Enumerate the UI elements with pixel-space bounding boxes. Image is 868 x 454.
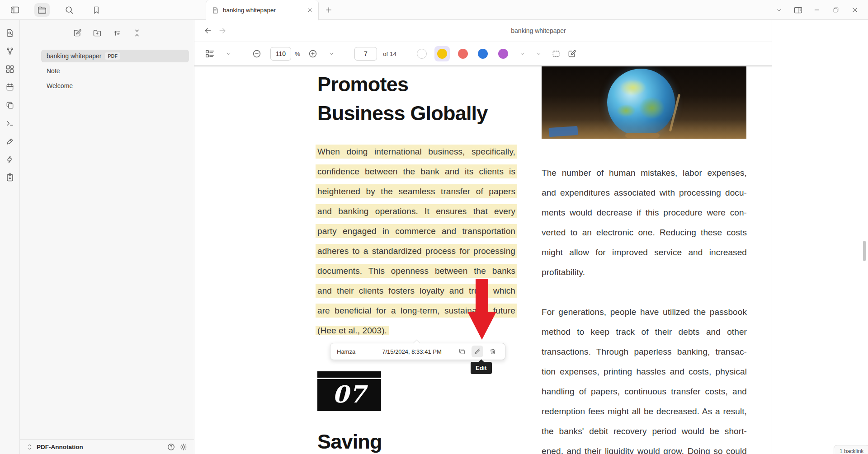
zoom-level-input[interactable] xyxy=(270,47,291,61)
doc-search-dock-button[interactable] xyxy=(5,28,15,37)
pdf-page: Promotes Business Globally When doing in… xyxy=(194,66,772,454)
sort-icon xyxy=(113,28,122,37)
copy-dock-button[interactable] xyxy=(5,100,15,110)
copy-pages-icon xyxy=(5,101,14,110)
more-colors-dropdown[interactable] xyxy=(519,51,525,57)
workspace-name[interactable]: PDF-Annotation xyxy=(37,444,83,450)
zoom-preset-dropdown[interactable] xyxy=(328,51,335,57)
body-paragraph-2: For generations, people have utilized th… xyxy=(542,305,747,454)
minimize-button[interactable] xyxy=(807,0,826,20)
forward-button[interactable] xyxy=(218,26,227,35)
delete-annotation-button[interactable] xyxy=(487,346,499,357)
annotation-tool-dropdown[interactable] xyxy=(536,51,542,57)
clipboard-dock-button[interactable] xyxy=(5,173,15,182)
body-line: ments would decrease if this procedure w… xyxy=(542,206,747,220)
restore-button[interactable] xyxy=(826,0,845,20)
chevron-down-icon xyxy=(519,51,525,57)
body-line: verted to an electronic one. Reducing th… xyxy=(542,225,747,239)
grid-icon xyxy=(5,65,14,74)
scrollbar-thumb[interactable] xyxy=(863,241,866,261)
pdf-heading: Promotes Business Globally xyxy=(317,70,571,128)
red-swatch-icon xyxy=(458,49,468,59)
thumbnails-toggle-button[interactable] xyxy=(205,49,215,59)
panel-left-icon xyxy=(10,5,20,15)
left-dock xyxy=(0,20,20,454)
new-tab-button[interactable] xyxy=(322,4,335,16)
restore-icon xyxy=(832,6,840,14)
tab-banking-whitepaper[interactable]: banking whitepaper xyxy=(206,0,319,20)
edit-annotation-button[interactable] xyxy=(472,346,483,357)
terminal-dock-button[interactable] xyxy=(5,118,15,128)
dashed-rectangle-icon xyxy=(552,49,561,58)
workspace-switcher-icon[interactable] xyxy=(26,444,33,450)
graph-dock-button[interactable] xyxy=(5,46,15,56)
help-button[interactable] xyxy=(167,443,175,451)
global-search-button[interactable] xyxy=(61,3,77,17)
lightning-icon xyxy=(5,155,14,164)
highlighted-line: and banking operations. It ensures that … xyxy=(316,204,517,218)
highlighter-dock-button[interactable] xyxy=(5,136,15,146)
pdf-badge: PDF xyxy=(105,52,120,60)
highlight-color-white[interactable] xyxy=(417,49,427,59)
pdf-pane: banking whitepaper % of 14 Promotes Busi… xyxy=(194,20,772,454)
clipboard-icon xyxy=(5,173,14,182)
tab-close-icon[interactable] xyxy=(307,7,313,13)
calendar-dock-button[interactable] xyxy=(5,82,15,92)
file-tree-item-note[interactable]: Note xyxy=(41,65,189,77)
view-mode-dropdown[interactable] xyxy=(226,51,232,57)
close-button[interactable] xyxy=(845,0,864,20)
plus-icon xyxy=(325,6,332,14)
body-line: and expenditures associated with process… xyxy=(542,186,747,200)
calendar-icon xyxy=(5,83,14,92)
blocks-dock-button[interactable] xyxy=(5,64,15,74)
toggle-left-panel-button[interactable] xyxy=(7,3,23,17)
body-line: The number of human mistakes, labor expe… xyxy=(542,166,747,180)
highlight-color-yellow-selected[interactable] xyxy=(434,46,450,61)
right-panel: 1 backlink xyxy=(772,20,868,454)
body-line: redemption fees might all be decreased. … xyxy=(542,404,747,418)
file-tree-item-banking-whitepaper[interactable]: banking whitepaper PDF xyxy=(41,50,189,62)
annotation-popup: Hamza 7/15/2024, 8:33:41 PM xyxy=(330,343,505,360)
new-doc-button[interactable] xyxy=(72,28,83,38)
chapter-number: 07 xyxy=(317,380,381,408)
zoom-in-button[interactable] xyxy=(308,49,318,58)
collapse-icon xyxy=(132,28,142,37)
tab-overflow-button[interactable] xyxy=(769,0,788,20)
highlight-color-purple[interactable] xyxy=(498,49,508,59)
zoom-out-button[interactable] xyxy=(252,49,262,58)
highlight-color-blue[interactable] xyxy=(478,49,488,59)
edit-square-icon xyxy=(73,28,82,37)
file-tree-item-welcome[interactable]: Welcome xyxy=(41,80,189,92)
edit-tooltip: Edit xyxy=(471,362,492,374)
copy-annotation-button[interactable] xyxy=(456,346,468,357)
annotation-timestamp: 7/15/2024, 8:33:41 PM xyxy=(367,348,457,355)
highlighter-pen-icon xyxy=(5,137,14,146)
settings-button[interactable] xyxy=(179,443,188,451)
file-tree-button[interactable] xyxy=(34,3,50,17)
panel-right-icon xyxy=(793,5,803,15)
trash-icon xyxy=(489,348,496,355)
annotation-author: Hamza xyxy=(337,348,355,355)
toggle-right-panel-button[interactable] xyxy=(788,0,807,20)
collapse-all-button[interactable] xyxy=(132,28,142,38)
graph-icon xyxy=(5,47,14,56)
body-line: profitability. xyxy=(542,265,747,279)
back-button[interactable] xyxy=(203,26,212,35)
bookmark-button[interactable] xyxy=(89,3,104,17)
red-arrow-annotation[interactable] xyxy=(461,276,506,343)
body-line: transactions. Through paperless banking,… xyxy=(542,345,747,359)
chevron-down-icon xyxy=(776,7,783,14)
new-folder-button[interactable] xyxy=(92,28,103,38)
backlink-badge[interactable]: 1 backlink xyxy=(834,445,868,454)
chevron-down-icon xyxy=(536,51,542,57)
zoom-percent-label: % xyxy=(295,50,300,57)
flashcard-dock-button[interactable] xyxy=(5,154,15,164)
highlighted-line: party engaged in commerce and transporta… xyxy=(316,224,517,238)
edit-annotation-button[interactable] xyxy=(567,49,576,58)
white-swatch-icon xyxy=(417,49,427,59)
file-tree-panel: banking whitepaper PDF Note Welcome PDF-… xyxy=(20,20,194,454)
rect-annotation-button[interactable] xyxy=(552,49,561,58)
highlight-color-red[interactable] xyxy=(458,49,468,59)
sort-button[interactable] xyxy=(112,28,123,38)
page-number-input[interactable] xyxy=(354,47,377,61)
